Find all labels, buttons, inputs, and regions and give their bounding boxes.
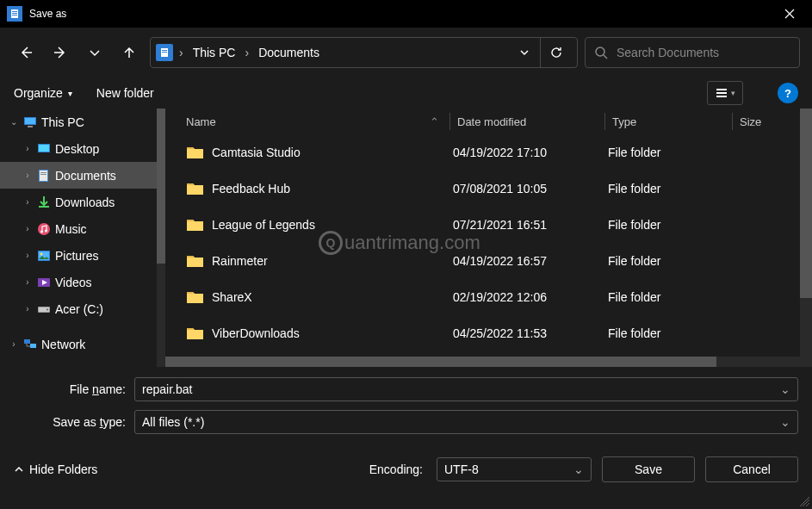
- files-vertical-scrollbar[interactable]: [800, 109, 812, 367]
- chevron-right-icon[interactable]: ›: [22, 304, 33, 313]
- column-size[interactable]: Size: [732, 113, 761, 130]
- chevron-up-icon: [14, 464, 24, 475]
- chevron-right-icon[interactable]: ›: [22, 197, 33, 207]
- file-type: File folder: [601, 182, 728, 196]
- tree-item-acer[interactable]: › Acer (C:): [0, 295, 165, 322]
- svg-rect-3: [12, 15, 17, 16]
- svg-rect-15: [39, 145, 49, 152]
- file-type: File folder: [601, 326, 728, 340]
- tree-item-documents[interactable]: › Documents: [0, 162, 165, 189]
- tree-item-music[interactable]: › Music: [0, 215, 165, 242]
- column-name[interactable]: Name⌃: [186, 115, 449, 128]
- file-type: File folder: [601, 254, 728, 268]
- encoding-select[interactable]: UTF-8 ⌄: [437, 457, 592, 481]
- pc-icon: [22, 115, 38, 130]
- file-name: League of Legends: [212, 218, 315, 232]
- search-input[interactable]: [617, 46, 790, 59]
- svg-point-29: [46, 308, 48, 310]
- folder-icon: [186, 326, 205, 341]
- cancel-button[interactable]: Cancel: [705, 456, 798, 482]
- savetype-label: Save as type:: [14, 415, 134, 429]
- svg-point-22: [45, 229, 47, 232]
- chevron-right-icon[interactable]: ›: [22, 251, 33, 260]
- caret-down-icon: ▾: [731, 89, 735, 97]
- file-name: Feedback Hub: [212, 182, 290, 196]
- svg-rect-17: [40, 171, 47, 181]
- svg-point-25: [40, 252, 43, 255]
- file-date: 07/08/2021 10:05: [446, 182, 601, 196]
- encoding-label: Encoding:: [369, 462, 423, 476]
- breadcrumb-current[interactable]: Documents: [255, 44, 323, 61]
- save-form: File name: ⌄ Save as type: All files (*.…: [0, 367, 812, 434]
- encoding-value: UTF-8: [444, 462, 573, 476]
- list-view-icon: [716, 87, 728, 99]
- tree-item-downloads[interactable]: › Downloads: [0, 189, 165, 215]
- svg-rect-18: [40, 172, 46, 173]
- file-date: 04/19/2022 17:10: [446, 146, 601, 159]
- forward-button[interactable]: [46, 40, 74, 65]
- chevron-right-icon[interactable]: ›: [9, 339, 19, 349]
- filename-input[interactable]: [142, 382, 780, 396]
- tree-item-thispc[interactable]: ⌄ This PC: [0, 109, 165, 135]
- svg-rect-8: [716, 89, 727, 90]
- file-type: File folder: [601, 290, 728, 304]
- svg-rect-31: [30, 344, 36, 348]
- address-bar[interactable]: › This PC › Documents: [150, 37, 578, 68]
- refresh-button[interactable]: [540, 38, 572, 67]
- toolbar: Organize▾ New folder ▾ ?: [0, 78, 812, 109]
- file-row[interactable]: ViberDownloads04/25/2022 11:53File folde…: [165, 315, 812, 351]
- pictures-icon: [36, 248, 52, 264]
- recent-dropdown[interactable]: [81, 40, 108, 65]
- filename-label: File name:: [14, 382, 134, 396]
- breadcrumb-root[interactable]: This PC: [189, 44, 239, 61]
- file-list: Name⌃ Date modified Type Size Camtasia S…: [165, 109, 812, 367]
- address-history-dropdown[interactable]: [512, 47, 536, 58]
- savetype-field[interactable]: All files (*.*) ⌄: [134, 410, 798, 434]
- svg-point-7: [596, 47, 604, 56]
- chevron-down-icon[interactable]: ⌄: [780, 415, 790, 429]
- chevron-right-icon[interactable]: ›: [177, 46, 186, 59]
- tree-scrollbar[interactable]: [157, 109, 165, 367]
- svg-point-20: [38, 223, 50, 235]
- search-bar[interactable]: [585, 37, 800, 68]
- chevron-down-icon[interactable]: ⌄: [9, 117, 19, 127]
- tree-item-desktop[interactable]: › Desktop: [0, 135, 165, 162]
- desktop-icon: [36, 141, 52, 157]
- svg-rect-1: [12, 11, 17, 12]
- chevron-down-icon[interactable]: ⌄: [780, 382, 790, 396]
- column-headers: Name⌃ Date modified Type Size: [165, 109, 812, 134]
- tree-item-videos[interactable]: › Videos: [0, 269, 165, 295]
- files-horizontal-scrollbar[interactable]: [165, 357, 800, 367]
- chevron-right-icon[interactable]: ›: [242, 46, 251, 59]
- tree-item-network[interactable]: › Network: [0, 331, 165, 357]
- tree-label: Videos: [55, 276, 92, 289]
- back-button[interactable]: [12, 40, 40, 65]
- view-options-button[interactable]: ▾: [707, 81, 743, 105]
- save-button[interactable]: Save: [602, 456, 695, 482]
- close-button[interactable]: [774, 5, 805, 22]
- file-row[interactable]: Feedback Hub07/08/2021 10:05File folder: [165, 171, 812, 207]
- chevron-right-icon[interactable]: ›: [22, 277, 33, 287]
- new-folder-button[interactable]: New folder: [96, 86, 154, 100]
- hide-folders-button[interactable]: Hide Folders: [14, 462, 97, 476]
- file-row[interactable]: ShareX02/19/2022 12:06File folder: [165, 279, 812, 315]
- organize-button[interactable]: Organize▾: [14, 86, 72, 100]
- chevron-right-icon[interactable]: ›: [22, 224, 33, 233]
- column-date[interactable]: Date modified: [449, 113, 604, 130]
- file-row[interactable]: League of Legends07/21/2021 16:51File fo…: [165, 207, 812, 243]
- resize-grip[interactable]: [800, 497, 810, 507]
- documents-icon: [36, 168, 52, 183]
- column-type[interactable]: Type: [604, 113, 732, 130]
- svg-rect-13: [28, 126, 33, 127]
- chevron-right-icon[interactable]: ›: [22, 171, 33, 180]
- file-row[interactable]: Rainmeter04/19/2022 16:57File folder: [165, 243, 812, 279]
- help-button[interactable]: ?: [778, 83, 798, 103]
- file-row[interactable]: Camtasia Studio04/19/2022 17:10File fold…: [165, 134, 812, 171]
- chevron-right-icon[interactable]: ›: [22, 144, 33, 153]
- search-icon: [594, 46, 608, 59]
- chevron-down-icon: ⌄: [573, 462, 584, 476]
- filename-field[interactable]: ⌄: [134, 377, 798, 401]
- up-button[interactable]: [115, 40, 143, 65]
- tree-item-pictures[interactable]: › Pictures: [0, 242, 165, 269]
- tree-label: Music: [55, 222, 87, 236]
